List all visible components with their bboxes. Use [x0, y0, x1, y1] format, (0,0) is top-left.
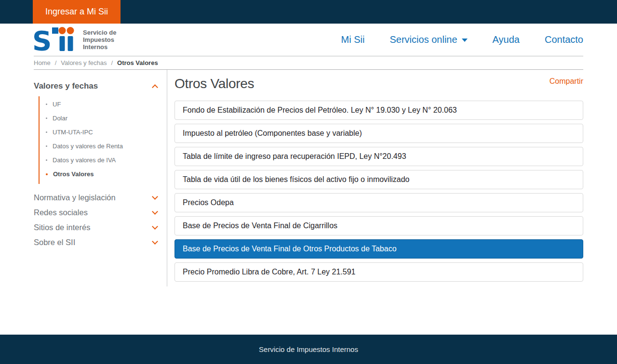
chevron-down-icon: [152, 194, 158, 200]
accordion-item-precio-cobre[interactable]: Precio Promedio Libra de Cobre, Art. 7 L…: [174, 262, 583, 282]
svg-text:S: S: [34, 26, 52, 52]
bullet-icon: [46, 131, 47, 133]
sidebar-item-uf[interactable]: UF: [40, 97, 157, 111]
breadcrumb-home[interactable]: Home: [34, 59, 51, 66]
sidebar-section-valores-y-fechas[interactable]: Valores y fechas: [34, 81, 157, 91]
sidebar-item-datos-iva[interactable]: Datos y valores de IVA: [40, 153, 157, 167]
nav-mi-sii[interactable]: Mi Sii: [341, 34, 365, 45]
page-title: Otros Valores: [174, 76, 254, 91]
login-button[interactable]: Ingresar a Mi Sii: [33, 0, 121, 24]
sidebar-item-dolar[interactable]: Dolar: [40, 111, 157, 125]
bullet-icon: [46, 173, 48, 175]
breadcrumb-valores-y-fechas[interactable]: Valores y fechas: [61, 59, 107, 66]
footer-text: Servicio de Impuestos Internos: [259, 345, 358, 353]
chevron-down-icon: [152, 208, 158, 215]
sidebar-section-normativa[interactable]: Normativa y legislación: [34, 190, 157, 205]
sidebar-collapsed-sections: Normativa y legislación Redes sociales S…: [34, 190, 157, 250]
main-nav: Mi Sii Servicios online Ayuda Contacto: [341, 34, 583, 45]
sidebar-section-redes-sociales[interactable]: Redes sociales: [34, 205, 157, 220]
accordion-item-impuesto-petroleo[interactable]: Impuesto al petróleo (Componentes base y…: [174, 124, 583, 143]
sidebar: Valores y fechas UF Dolar UTM-UTA-IPC Da…: [34, 70, 167, 286]
share-link[interactable]: Compartir: [550, 77, 583, 86]
sii-logo-icon: S: [34, 26, 78, 53]
top-bar: Ingresar a Mi Sii: [0, 0, 617, 24]
site-footer: Servicio de Impuestos Internos: [0, 335, 617, 364]
nav-contacto[interactable]: Contacto: [545, 34, 583, 45]
sii-logo[interactable]: S Servicio de Impuestos Internos: [34, 26, 116, 53]
sidebar-item-otros-valores[interactable]: Otros Valores: [40, 167, 157, 181]
breadcrumb-current: Otros Valores: [117, 59, 158, 66]
main-panel: Otros Valores Compartir Fondo de Estabil…: [167, 70, 583, 286]
site-header: S Servicio de Impuestos Internos Mi Sii: [0, 24, 617, 56]
breadcrumb-bar: Home / Valores y fechas / Otros Valores: [0, 56, 617, 70]
bullet-icon: [46, 145, 47, 147]
accordion-list: Fondo de Estabilización de Precios del P…: [174, 101, 583, 282]
sidebar-section-sobre-el-sii[interactable]: Sobre el SII: [34, 235, 157, 250]
breadcrumb-separator: /: [55, 59, 57, 66]
accordion-item-tabla-vida-util[interactable]: Tabla de vida útil de los bienes físicos…: [174, 170, 583, 189]
bullet-icon: [46, 159, 47, 161]
accordion-item-fondo-estabilizacion[interactable]: Fondo de Estabilización de Precios del P…: [174, 101, 583, 120]
breadcrumb: Home / Valores y fechas / Otros Valores: [34, 56, 583, 70]
breadcrumb-separator: /: [111, 59, 113, 66]
sidebar-section-sitios-de-interes[interactable]: Sitios de interés: [34, 220, 157, 235]
nav-ayuda[interactable]: Ayuda: [493, 34, 520, 45]
caret-down-icon: [462, 39, 468, 42]
chevron-down-icon: [152, 223, 158, 230]
accordion-item-otros-productos-tabaco[interactable]: Base de Precios de Venta Final de Otros …: [174, 239, 583, 259]
chevron-down-icon: [152, 238, 158, 245]
sidebar-submenu: UF Dolar UTM-UTA-IPC Datos y valores de …: [39, 96, 157, 184]
logo-text: Servicio de Impuestos Internos: [83, 29, 116, 51]
chevron-up-icon: [152, 84, 158, 91]
sidebar-item-utm-uta-ipc[interactable]: UTM-UTA-IPC: [40, 125, 157, 139]
accordion-item-tabla-limite-ingreso[interactable]: Tabla de límite de ingreso para recupera…: [174, 147, 583, 166]
accordion-item-precios-cigarrillos[interactable]: Base de Precios de Venta Final de Cigarr…: [174, 216, 583, 235]
accordion-item-precios-odepa[interactable]: Precios Odepa: [174, 193, 583, 212]
page: Ingresar a Mi Sii S Servicio de: [0, 0, 617, 364]
nav-servicios-online[interactable]: Servicios online: [390, 34, 468, 45]
bullet-icon: [46, 104, 47, 105]
content-area: Valores y fechas UF Dolar UTM-UTA-IPC Da…: [0, 70, 617, 335]
sidebar-item-datos-renta[interactable]: Datos y valores de Renta: [40, 139, 157, 153]
bullet-icon: [46, 117, 47, 119]
